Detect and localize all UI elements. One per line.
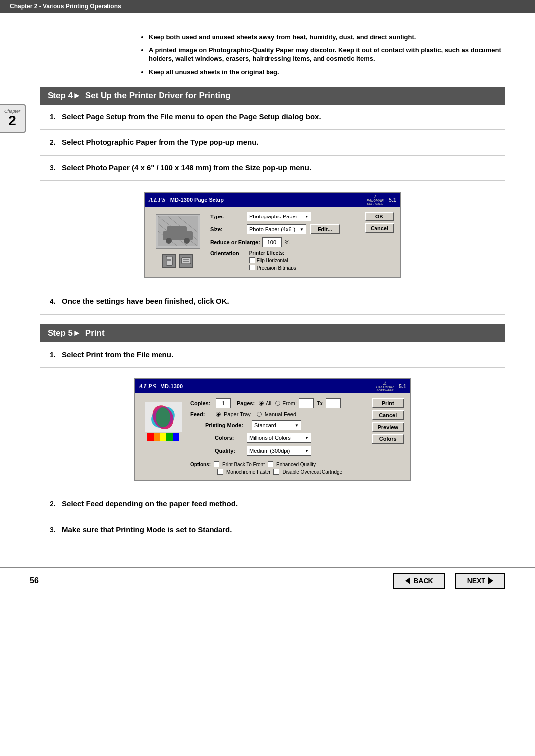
landscape-icon[interactable] [179,254,193,268]
print-btn[interactable]: Print [372,398,404,408]
quality-select[interactable]: Medium (300dpi) ▼ [247,446,311,456]
step4-num-1: 1. [50,112,56,121]
reduce-input[interactable] [262,237,282,247]
step5-instructions: 1. Select Print from the File menu. ALPS… [40,342,505,543]
ok-btn[interactable]: OK [365,212,394,221]
type-label: Type: [210,214,245,219]
header-text: Chapter 2 - Various Printing Operations [10,3,121,10]
portrait-icon[interactable] [162,254,176,268]
bullet-item-3: Keep all unused sheets in the original b… [149,68,505,77]
type-select[interactable]: Photographic Paper ▼ [247,212,311,221]
svg-point-9 [184,238,190,244]
dialog-container-4: ALPS MD-1300 Page Setup △ PALOMAR SOFTWA… [40,181,505,289]
step4-instruction-2: 2. Select Photographic Paper from the Ty… [40,130,505,156]
dialog-buttons-4: OK Cancel [365,212,394,272]
monochrome-faster-label: Monochrome Faster [226,469,270,475]
paper-tray-radio[interactable] [216,412,221,417]
dialog-body-5: Copies: Pages: All From: To: [135,393,410,480]
page-number: 56 [30,576,39,585]
printing-mode-select[interactable]: Standard ▼ [252,420,301,430]
from-radio[interactable] [275,401,280,406]
car-image [156,214,200,249]
colors-label: Colors: [215,435,245,441]
alps-logo-5: ALPS [139,382,157,390]
type-row: Type: Photographic Paper ▼ [210,212,358,221]
dialog-version-4: 5.1 [389,197,396,203]
dialog-buttons-5: Print Cancel Preview Colors [372,398,404,444]
step5-instruction-2: 2. Select Feed depending on the paper fe… [40,491,505,517]
monochrome-faster-checkbox[interactable] [217,469,223,475]
precision-checkbox[interactable] [249,265,255,270]
bullet-item-2: A printed image on Photographic-Quality … [149,46,505,63]
color-bars [147,433,179,441]
options-label: Options: [190,462,211,467]
copies-row: Copies: Pages: All From: To: [190,398,365,408]
flip-label: Flip Horizontal [257,258,288,263]
from-input[interactable] [299,398,314,408]
svg-point-20 [156,407,170,427]
pages-label: Pages: [237,400,255,406]
palomar-logo-4: △ PALOMAR SOFTWARE [367,194,384,205]
svg-rect-24 [160,433,166,441]
manual-feed-radio[interactable] [257,412,262,417]
to-input[interactable] [326,398,341,408]
step5-label: Step 5► [48,328,81,338]
quality-label: Quality: [215,448,245,454]
step4-heading: Step 4► Set Up the Printer Driver for Pr… [40,87,505,105]
printing-mode-row: Printing Mode: Standard ▼ [205,420,365,430]
feed-row: Feed: Paper Tray Manual Feed [190,411,365,417]
dialog-title-4: MD-1300 Page Setup [170,197,224,203]
step5-num-1: 1. [50,350,56,359]
back-arrow-icon [405,577,410,584]
copies-input[interactable] [216,398,231,408]
colors-select[interactable]: Millions of Colors ▼ [247,433,311,443]
size-select[interactable]: Photo Paper (4x6") ▼ [247,224,306,234]
svg-rect-22 [147,433,154,441]
edit-btn[interactable]: Edit... [310,224,340,234]
step5-num-2: 2. [50,499,56,508]
printing-mode-label: Printing Mode: [205,422,250,428]
all-radio[interactable] [259,401,264,406]
colors-btn[interactable]: Colors [372,434,404,444]
bullet-item-1: Keep both used and unused sheets away fr… [149,33,505,42]
dialog-title-5: MD-1300 [160,383,183,389]
step4-text-2: Select Photographic Paper from the Type … [62,138,258,146]
step4-title: Set Up the Printer Driver for Printing [85,91,231,101]
step5-heading: Step 5► Print [40,324,505,342]
step4-num-3: 3. [50,163,56,172]
preview-btn[interactable]: Preview [372,422,404,432]
dialog-titlebar-4: ALPS MD-1300 Page Setup △ PALOMAR SOFTWA… [145,193,400,207]
print-back-front-checkbox[interactable] [214,461,219,467]
size-label: Size: [210,226,245,232]
feed-label: Feed: [190,411,214,417]
step5-num-3: 3. [50,525,56,534]
step5-instruction-1: 1. Select Print from the File menu. [40,342,505,368]
quality-row: Quality: Medium (300dpi) ▼ [215,446,365,456]
back-button[interactable]: BACK [393,573,445,589]
chapter-tab: Chapter 2 [0,104,26,133]
disable-overcoat-label: Disable Overcoat Cartridge [282,469,342,475]
flip-checkbox[interactable] [249,257,255,263]
print-back-front-label: Print Back To Front [222,462,265,467]
orientation-section: Orientation Printer Effects: Flip Horizo… [210,250,358,272]
step4-instruction-4: 4. Once the settings have been finished,… [40,289,505,315]
page-footer: 56 BACK NEXT [0,567,535,594]
reduce-label: Reduce or Enlarge: [210,239,260,245]
chapter-number: 2 [2,114,23,128]
svg-rect-25 [166,433,173,441]
orientation-label: Orientation [210,250,239,256]
alps-logo-4: ALPS [149,196,166,204]
colors-row: Colors: Millions of Colors ▼ [215,433,365,443]
svg-rect-7 [167,226,187,233]
disable-overcoat-checkbox[interactable] [273,469,279,475]
cancel-btn-5[interactable]: Cancel [372,410,404,420]
precision-label: Precision Bitmaps [257,265,296,270]
palomar-logo-5: △ PALOMAR SOFTWARE [376,381,394,392]
dialog-version-5: 5.1 [399,383,406,389]
cancel-btn-4[interactable]: Cancel [365,223,394,233]
svg-rect-23 [154,433,160,441]
next-arrow-icon [488,577,493,584]
enhanced-quality-checkbox[interactable] [268,461,273,467]
svg-rect-26 [173,433,179,441]
next-button[interactable]: NEXT [455,573,505,589]
